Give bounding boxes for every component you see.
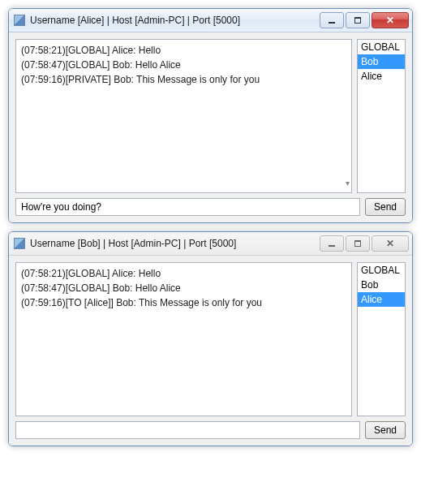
close-icon: ✕ bbox=[386, 15, 394, 25]
maximize-button[interactable] bbox=[346, 235, 370, 252]
client-area: (07:58:21)[GLOBAL] Alice: Hello (07:58:4… bbox=[9, 256, 412, 446]
user-list-item-bob[interactable]: Bob bbox=[358, 278, 405, 292]
app-icon bbox=[14, 15, 25, 26]
scroll-indicator-icon: ▾ bbox=[346, 176, 350, 191]
user-list-item-alice[interactable]: Alice bbox=[358, 69, 405, 84]
window-title: Username [Bob] | Host [Admin-PC] | Port … bbox=[30, 238, 315, 249]
maximize-icon bbox=[354, 17, 361, 24]
window-controls: ✕ bbox=[320, 235, 409, 252]
user-list-item-bob[interactable]: Bob bbox=[358, 54, 405, 69]
log-line: (07:58:47)[GLOBAL] Bob: Hello Alice bbox=[21, 58, 346, 72]
close-button[interactable]: ✕ bbox=[372, 12, 409, 28]
title-bar[interactable]: Username [Alice] | Host [Admin-PC] | Por… bbox=[9, 9, 412, 32]
message-log[interactable]: (07:58:21)[GLOBAL] Alice: Hello (07:58:4… bbox=[15, 262, 352, 416]
user-list[interactable]: GLOBAL Bob Alice bbox=[357, 39, 406, 193]
message-log[interactable]: (07:58:21)[GLOBAL] Alice: Hello (07:58:4… bbox=[15, 39, 352, 193]
chat-window-bob: Username [Bob] | Host [Admin-PC] | Port … bbox=[8, 231, 413, 446]
chat-window-alice: Username [Alice] | Host [Admin-PC] | Por… bbox=[8, 8, 413, 223]
log-line: (07:59:16)[TO [Alice]] Bob: This Message… bbox=[21, 295, 346, 310]
close-icon: ✕ bbox=[386, 239, 394, 248]
app-icon bbox=[14, 238, 25, 249]
send-button[interactable]: Send bbox=[365, 198, 406, 216]
send-button[interactable]: Send bbox=[365, 421, 406, 439]
client-area: (07:58:21)[GLOBAL] Alice: Hello (07:58:4… bbox=[9, 32, 412, 222]
maximize-button[interactable] bbox=[346, 12, 370, 28]
window-title: Username [Alice] | Host [Admin-PC] | Por… bbox=[30, 15, 315, 26]
close-button[interactable]: ✕ bbox=[372, 235, 409, 252]
message-input[interactable] bbox=[15, 198, 360, 216]
minimize-button[interactable] bbox=[320, 235, 344, 252]
maximize-icon bbox=[354, 240, 361, 247]
message-input[interactable] bbox=[15, 421, 360, 439]
user-list-item-global[interactable]: GLOBAL bbox=[358, 40, 405, 54]
log-line: (07:58:21)[GLOBAL] Alice: Hello bbox=[21, 266, 346, 281]
user-list[interactable]: GLOBAL Bob Alice bbox=[357, 262, 406, 416]
log-line: (07:59:16)[PRIVATE] Bob: This Message is… bbox=[21, 72, 346, 87]
user-list-item-global[interactable]: GLOBAL bbox=[358, 263, 405, 278]
minimize-button[interactable] bbox=[320, 12, 344, 28]
window-controls: ✕ bbox=[320, 12, 409, 28]
log-line: (07:58:21)[GLOBAL] Alice: Hello bbox=[21, 43, 346, 58]
title-bar[interactable]: Username [Bob] | Host [Admin-PC] | Port … bbox=[9, 232, 412, 256]
minimize-icon bbox=[329, 241, 335, 247]
user-list-item-alice[interactable]: Alice bbox=[358, 292, 405, 307]
log-line: (07:58:47)[GLOBAL] Bob: Hello Alice bbox=[21, 281, 346, 295]
minimize-icon bbox=[329, 18, 335, 24]
